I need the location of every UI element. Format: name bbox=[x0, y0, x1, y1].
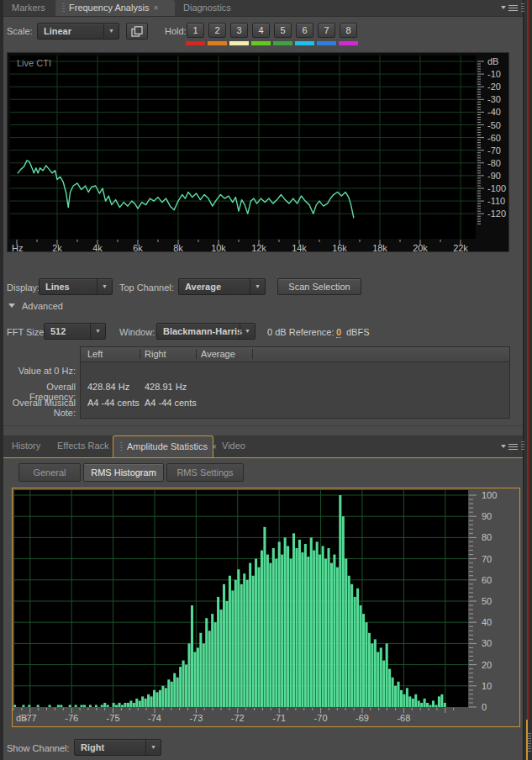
left-panel-edge bbox=[0, 0, 3, 760]
svg-text:12k: 12k bbox=[251, 243, 266, 251]
hamburger-icon bbox=[508, 5, 518, 12]
tab-video[interactable]: Video bbox=[215, 435, 255, 457]
display-select[interactable]: Lines ▼ bbox=[39, 278, 113, 295]
tab-history-label: History bbox=[12, 441, 40, 451]
hold-color-swatch-7 bbox=[317, 41, 336, 45]
svg-text:70: 70 bbox=[482, 554, 492, 564]
chevron-down-icon: ▼ bbox=[145, 740, 161, 755]
advanced-label[interactable]: Advanced bbox=[22, 301, 63, 311]
show-channel-label: Show Channel: bbox=[7, 743, 70, 753]
tab-frequency-analysis[interactable]: Frequency Analysis× bbox=[55, 0, 175, 16]
svg-text:dB: dB bbox=[487, 56, 498, 66]
scale-select[interactable]: Linear ▼ bbox=[37, 23, 119, 40]
copy-graphs-icon bbox=[131, 26, 143, 37]
tab-effects-rack-label: Effects Rack bbox=[57, 441, 109, 451]
svg-text:-77: -77 bbox=[24, 713, 37, 723]
tab-grip-icon bbox=[120, 442, 123, 451]
scale-value: Linear bbox=[44, 24, 71, 39]
col-header-average[interactable]: Average bbox=[201, 349, 235, 359]
subtab-rms-histogram[interactable]: RMS Histogram bbox=[83, 463, 164, 482]
frequency-spectrum-canvas: dB-10-20-30-40-50-60-70-80-90-100-110-12… bbox=[8, 53, 508, 251]
tab-video-label: Video bbox=[222, 441, 245, 451]
tab-amplitude-statistics-label: Amplitude Statistics bbox=[127, 441, 208, 451]
db-reference-unit: dBFS bbox=[346, 327, 370, 337]
hold-button-2[interactable]: 2 bbox=[208, 23, 226, 38]
copy-graphs-button[interactable] bbox=[126, 23, 148, 40]
svg-text:0: 0 bbox=[482, 702, 487, 712]
svg-text:16k: 16k bbox=[332, 243, 347, 251]
window-select[interactable]: Blackmann-Harris ▼ bbox=[156, 323, 255, 340]
stats-row-label: Overall Musical Note: bbox=[2, 398, 76, 418]
panel-menu-icon[interactable] bbox=[501, 442, 519, 452]
hold-color-swatch-8 bbox=[339, 41, 358, 45]
tabbar-gripper[interactable] bbox=[521, 441, 524, 451]
hold-button-4[interactable]: 4 bbox=[252, 23, 270, 38]
svg-text:4k: 4k bbox=[92, 243, 103, 251]
hold-color-swatch-3 bbox=[229, 41, 249, 45]
fft-size-select[interactable]: 512 ▼ bbox=[44, 323, 106, 340]
tab-history[interactable]: History bbox=[5, 435, 49, 457]
close-icon[interactable]: × bbox=[153, 3, 158, 13]
panel-menu-icon[interactable] bbox=[501, 3, 519, 13]
column-separator bbox=[252, 349, 253, 359]
window-value: Blackmann-Harris bbox=[163, 324, 242, 339]
hold-button-6[interactable]: 6 bbox=[296, 23, 313, 38]
display-value: Lines bbox=[45, 279, 70, 294]
svg-text:-30: -30 bbox=[487, 94, 501, 104]
svg-text:-70: -70 bbox=[314, 713, 328, 723]
hold-button-8[interactable]: 8 bbox=[340, 23, 357, 38]
chevron-down-icon: ▼ bbox=[240, 324, 255, 339]
subtab-rms-settings[interactable]: RMS Settings bbox=[166, 463, 244, 482]
chevron-down-icon bbox=[501, 6, 506, 9]
frequency-spectrum-graph[interactable]: dB-10-20-30-40-50-60-70-80-90-100-110-12… bbox=[7, 52, 509, 252]
chevron-down-icon bbox=[501, 445, 506, 448]
svg-text:-120: -120 bbox=[487, 208, 506, 219]
hold-button-7[interactable]: 7 bbox=[318, 23, 335, 38]
advanced-collapse-icon[interactable] bbox=[8, 303, 15, 308]
tab-diagnostics[interactable]: Diagnostics bbox=[176, 0, 242, 16]
tab-amplitude-statistics[interactable]: Amplitude Statistics× bbox=[113, 435, 213, 457]
hold-button-3[interactable]: 3 bbox=[230, 23, 248, 38]
col-header-left[interactable]: Left bbox=[87, 349, 103, 359]
hamburger-icon bbox=[508, 444, 518, 451]
svg-text:40: 40 bbox=[482, 617, 492, 627]
tabbar-gripper[interactable] bbox=[521, 3, 524, 13]
hold-button-1[interactable]: 1 bbox=[187, 23, 204, 38]
panel-gripper[interactable] bbox=[528, 733, 531, 752]
top-panel-tabbar: Markers Frequency Analysis× Diagnostics bbox=[3, 0, 523, 17]
show-channel-select[interactable]: Right ▼ bbox=[74, 739, 161, 756]
tab-frequency-analysis-label: Frequency Analysis bbox=[69, 3, 149, 13]
right-panel-divider-red bbox=[527, 0, 529, 720]
top-channel-select[interactable]: Average ▼ bbox=[178, 278, 266, 295]
hold-color-swatch-1 bbox=[186, 41, 205, 45]
subtab-general[interactable]: General bbox=[18, 463, 81, 482]
svg-text:90: 90 bbox=[482, 511, 492, 521]
svg-text:-60: -60 bbox=[487, 133, 501, 143]
tab-effects-rack[interactable]: Effects Rack bbox=[50, 435, 111, 457]
bottom-panel-tabbar: History Effects Rack Amplitude Statistic… bbox=[3, 435, 523, 458]
svg-text:-20: -20 bbox=[487, 82, 501, 92]
fft-size-value: 512 bbox=[50, 324, 66, 339]
rms-histogram-panel[interactable]: 0102030405060708090100dB-77-76-75-74-73-… bbox=[12, 488, 520, 727]
svg-text:-74: -74 bbox=[148, 713, 161, 723]
hold-button-5[interactable]: 5 bbox=[274, 23, 292, 38]
tab-markers[interactable]: Markers bbox=[5, 0, 54, 16]
svg-text:14k: 14k bbox=[292, 243, 307, 251]
svg-text:6k: 6k bbox=[133, 243, 143, 251]
db-reference-label: 0 dB Reference: bbox=[267, 327, 334, 337]
scan-selection-button[interactable]: Scan Selection bbox=[277, 278, 361, 295]
panel-divider[interactable] bbox=[3, 425, 523, 426]
stats-table-header: Left Right Average bbox=[81, 347, 509, 362]
svg-text:-76: -76 bbox=[65, 713, 78, 723]
stats-cell: 428.84 Hz bbox=[87, 382, 129, 392]
svg-text:-69: -69 bbox=[356, 713, 369, 723]
svg-text:10k: 10k bbox=[211, 243, 226, 251]
svg-text:8k: 8k bbox=[173, 243, 183, 251]
col-header-right[interactable]: Right bbox=[145, 349, 166, 359]
chevron-down-icon: ▼ bbox=[90, 324, 105, 339]
svg-text:18k: 18k bbox=[372, 243, 387, 251]
svg-text:-70: -70 bbox=[487, 145, 501, 156]
scale-label: Scale: bbox=[7, 26, 33, 36]
db-reference-value[interactable]: 0 bbox=[336, 327, 341, 338]
svg-text:-75: -75 bbox=[107, 713, 120, 723]
